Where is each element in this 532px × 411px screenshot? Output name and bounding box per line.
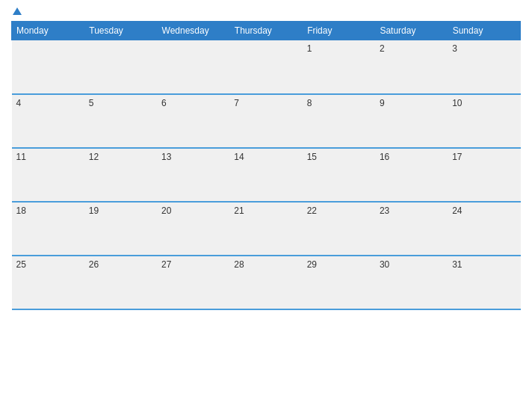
calendar-header-row: MondayTuesdayWednesdayThursdayFridaySatu… — [12, 22, 521, 40]
day-number: 17 — [452, 152, 462, 162]
calendar-week-row: 45678910 — [12, 94, 521, 148]
logo-triangle-icon — [13, 7, 22, 15]
calendar-day-cell: 28 — [229, 256, 302, 309]
calendar-week-row: 123 — [12, 40, 521, 94]
day-header-friday: Friday — [303, 22, 375, 40]
calendar-day-cell: 7 — [229, 94, 302, 148]
calendar-day-cell: 27 — [157, 256, 229, 309]
day-number: 26 — [89, 259, 99, 270]
calendar-day-cell: 10 — [448, 94, 520, 148]
day-number: 18 — [16, 206, 26, 216]
calendar-day-cell: 6 — [157, 94, 229, 148]
calendar-day-cell — [84, 40, 157, 94]
calendar-day-cell: 19 — [84, 202, 157, 256]
day-number: 10 — [452, 98, 462, 108]
calendar-day-cell: 21 — [229, 202, 302, 256]
day-number: 14 — [234, 152, 244, 162]
day-number: 1 — [307, 43, 312, 54]
calendar-week-row: 18192021222324 — [12, 202, 521, 256]
day-number: 15 — [307, 152, 317, 162]
day-number: 29 — [307, 259, 317, 270]
calendar-day-cell: 24 — [448, 202, 520, 256]
day-number: 22 — [307, 206, 317, 216]
calendar-day-cell: 1 — [303, 40, 375, 94]
calendar-day-cell: 25 — [12, 256, 84, 309]
calendar-day-cell: 23 — [375, 202, 448, 256]
calendar-day-cell: 20 — [157, 202, 229, 256]
day-header-thursday: Thursday — [229, 22, 302, 40]
day-number: 6 — [161, 98, 167, 108]
day-number: 25 — [16, 259, 26, 270]
day-number: 31 — [452, 259, 462, 270]
calendar-day-cell: 11 — [12, 148, 84, 202]
calendar-day-cell: 3 — [448, 40, 520, 94]
day-number: 30 — [380, 259, 389, 270]
logo-blue-text — [11, 7, 22, 15]
day-number: 19 — [89, 206, 99, 216]
calendar-day-cell: 16 — [375, 148, 448, 202]
day-header-wednesday: Wednesday — [157, 22, 229, 40]
day-number: 3 — [452, 43, 457, 54]
calendar-day-cell: 9 — [375, 94, 448, 148]
logo — [11, 7, 22, 15]
calendar-table: MondayTuesdayWednesdayThursdayFridaySatu… — [11, 21, 521, 310]
calendar-header — [11, 7, 521, 15]
calendar-week-row: 25262728293031 — [12, 256, 521, 309]
day-header-saturday: Saturday — [375, 22, 448, 40]
day-number: 11 — [16, 152, 26, 162]
day-number: 13 — [161, 152, 171, 162]
day-number: 27 — [161, 259, 171, 270]
calendar-day-cell: 8 — [303, 94, 375, 148]
day-number: 2 — [380, 43, 385, 54]
calendar-day-cell: 29 — [303, 256, 375, 309]
day-header-monday: Monday — [12, 22, 84, 40]
day-number: 4 — [16, 98, 22, 108]
calendar-page: MondayTuesdayWednesdayThursdayFridaySatu… — [0, 0, 532, 411]
day-number: 5 — [89, 98, 94, 108]
calendar-week-row: 11121314151617 — [12, 148, 521, 202]
calendar-day-cell: 26 — [84, 256, 157, 309]
calendar-day-cell: 14 — [229, 148, 302, 202]
calendar-day-cell: 22 — [303, 202, 375, 256]
day-number: 12 — [89, 152, 99, 162]
calendar-day-cell: 17 — [448, 148, 520, 202]
calendar-day-cell: 2 — [375, 40, 448, 94]
calendar-day-cell: 18 — [12, 202, 84, 256]
day-number: 24 — [452, 206, 462, 216]
calendar-day-cell: 5 — [84, 94, 157, 148]
calendar-day-cell: 13 — [157, 148, 229, 202]
day-number: 23 — [380, 206, 389, 216]
calendar-day-cell: 30 — [375, 256, 448, 309]
day-number: 8 — [307, 98, 312, 108]
day-header-sunday: Sunday — [448, 22, 520, 40]
day-number: 21 — [234, 206, 244, 216]
day-number: 28 — [234, 259, 244, 270]
calendar-day-cell — [229, 40, 302, 94]
day-number: 20 — [161, 206, 171, 216]
day-number: 9 — [380, 98, 385, 108]
calendar-day-cell: 15 — [303, 148, 375, 202]
calendar-day-cell — [12, 40, 84, 94]
day-number: 7 — [234, 98, 239, 108]
day-number: 16 — [380, 152, 389, 162]
calendar-day-cell: 12 — [84, 148, 157, 202]
calendar-day-cell — [157, 40, 229, 94]
day-header-tuesday: Tuesday — [84, 22, 157, 40]
calendar-day-cell: 4 — [12, 94, 84, 148]
calendar-day-cell: 31 — [448, 256, 520, 309]
